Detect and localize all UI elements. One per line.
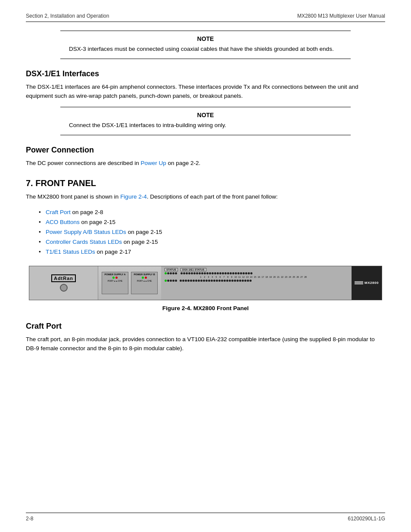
t1e1-led-6 <box>193 280 195 282</box>
fp-number-row: 1 2 3 4 5 6 7 8 9 10 11 12 13 14 <box>199 276 350 278</box>
note1-title: NOTE <box>69 35 342 42</box>
dsx-led-20 <box>230 272 232 274</box>
fp-power-a-port: PORT ● ● CHE <box>108 280 122 282</box>
t1e1-led-8 <box>198 280 200 282</box>
footer-left: 2-8 <box>26 516 33 522</box>
t1e1-led-14 <box>213 280 215 282</box>
t1e1-led-19 <box>226 280 228 282</box>
t1e1-led-9 <box>200 280 202 282</box>
fp-power-b-port: PORT ● ● CHE <box>137 280 152 282</box>
header-right: MX2800 M13 Multiplexer User Manual <box>297 13 385 19</box>
ctrl-led-3 <box>170 280 172 282</box>
dsx-led-14 <box>214 272 216 274</box>
ctrl-led-4 <box>172 280 174 282</box>
t1e1-led-24 <box>239 280 241 282</box>
fp-power-area: POWER SUPPLY A PORT ● ● CHE POWER SUPPLY… <box>98 266 161 300</box>
front-panel-inner: AdtRan POWER SUPPLY A PORT ● ● CHE P <box>29 266 382 300</box>
dsx-led-5 <box>191 272 193 274</box>
fp-top-row: STATUS DSX-1/E1 STATUS <box>165 268 350 274</box>
header-left: Section 2, Installation and Operation <box>26 13 109 19</box>
note-box-1: NOTE DSX-3 interfaces must be connected … <box>60 31 351 59</box>
adtran-logo: AdtRan <box>51 274 76 282</box>
craft-port-body: The craft port, an 8-pin modular jack, p… <box>26 335 385 353</box>
t1e1-led-13 <box>211 280 213 282</box>
led-pwr-b-1 <box>142 277 144 279</box>
fp-body-suffix: . Descriptions of each part of the front… <box>147 193 278 200</box>
fp-status-block: STATUS <box>165 268 178 274</box>
t1e1-led-16 <box>218 280 221 282</box>
t1e1-led-3 <box>185 280 187 282</box>
led-s5 <box>175 272 177 274</box>
t1e1-led-4 <box>187 280 190 282</box>
t1e1-led-7 <box>195 280 197 282</box>
fp-stripe-lines <box>355 281 363 284</box>
t1e1-led-15 <box>216 280 218 282</box>
t1e1-led-25 <box>242 280 244 282</box>
t1e1-led-11 <box>206 280 208 282</box>
power-up-link[interactable]: Power Up <box>140 160 166 166</box>
dsx-led-21 <box>232 272 234 274</box>
t1e1-led-5 <box>190 280 192 282</box>
fp-power-a-leds <box>112 277 118 279</box>
page-footer: 2-8 61200290L1-1G <box>26 513 385 522</box>
fp-dsx-label: DSX-1/E1 STATUS <box>181 268 206 271</box>
power-body-suffix: on page 2-2. <box>166 160 201 166</box>
dsx-led-24 <box>240 272 242 274</box>
fp-brand-label: MX2800 <box>364 281 379 285</box>
fp-dsx-block: DSX-1/E1 STATUS <box>181 268 350 274</box>
fp-dsx-leds-top <box>181 272 252 274</box>
t1e1-led-22 <box>234 280 236 282</box>
fp-power-b-leds <box>142 277 147 279</box>
led-pwr-a-1 <box>112 277 115 279</box>
dsx-led-28 <box>250 272 252 274</box>
list-item-t1e1: T1/E1 Status LEDs on page 2-17 <box>39 247 385 257</box>
t1e1-led-27 <box>247 280 249 282</box>
fp-status-label: STATUS <box>165 268 178 271</box>
figure-container: AdtRan POWER SUPPLY A PORT ● ● CHE P <box>26 266 385 311</box>
fp-power-a: POWER SUPPLY A PORT ● ● CHE <box>102 272 128 294</box>
dsx-led-27 <box>248 272 250 274</box>
fp-t1e1-leds <box>180 280 252 282</box>
craft-port-link[interactable]: Craft Port <box>46 209 71 215</box>
t1e1-led-28 <box>249 280 252 282</box>
t1e1-led-20 <box>229 280 231 282</box>
power-leds-link[interactable]: Power Supply A/B Status LEDs <box>46 229 126 235</box>
ctrl-led-5 <box>175 280 177 282</box>
dsx-led-3 <box>186 272 188 274</box>
controller-cards-link[interactable]: Controller Cards Status LEDs <box>46 239 122 245</box>
dsx-led-18 <box>224 272 227 274</box>
t1e1-text: on page 2-17 <box>97 249 131 255</box>
fp-power-b: POWER SUPPLY B PORT ● ● CHE <box>131 272 158 294</box>
list-item-controller-cards: Controller Cards Status LEDs on page 2-1… <box>39 237 385 247</box>
dsx-led-8 <box>199 272 201 274</box>
controller-cards-text: on page 2-15 <box>124 239 158 245</box>
fp-craft-port-jack <box>60 284 68 292</box>
dsx-led-11 <box>206 272 209 274</box>
note1-text: DSX-3 interfaces must be connected using… <box>69 45 342 53</box>
figure-2-4-link[interactable]: Figure 2-4 <box>120 193 147 200</box>
dsx-led-16 <box>219 272 221 274</box>
list-item-craft-port: Craft Port on page 2-8 <box>39 208 385 218</box>
t1e1-led-17 <box>221 280 223 282</box>
dsx-led-15 <box>217 272 219 274</box>
list-item-power-leds: Power Supply A/B Status LEDs on page 2-1… <box>39 227 385 237</box>
craft-port-heading: Craft Port <box>26 322 385 331</box>
power-heading: Power Connection <box>26 146 385 155</box>
t1e1-link[interactable]: T1/E1 Status LEDs <box>46 249 95 255</box>
fp-ctrl-leds <box>165 280 177 282</box>
t1e1-led-26 <box>244 280 246 282</box>
fp-line-2 <box>355 282 363 283</box>
front-panel-list: Craft Port on page 2-8 ACO Buttons on pa… <box>39 208 385 257</box>
aco-link[interactable]: ACO Buttons <box>46 219 80 225</box>
fp-power-a-label: POWER SUPPLY A <box>104 273 125 276</box>
dsx-led-2 <box>183 272 185 274</box>
list-item-aco: ACO Buttons on page 2-15 <box>39 218 385 227</box>
t1e1-led-1 <box>180 280 182 282</box>
dsx-led-12 <box>209 272 211 274</box>
t1e1-led-12 <box>208 280 210 282</box>
fp-status-leds <box>165 272 177 274</box>
dsx-heading: DSX-1/E1 Interfaces <box>26 69 385 78</box>
craft-port-text: on page 2-8 <box>72 209 103 215</box>
footer-right: 61200290L1-1G <box>348 516 385 522</box>
ctrl-led-2 <box>167 280 169 282</box>
